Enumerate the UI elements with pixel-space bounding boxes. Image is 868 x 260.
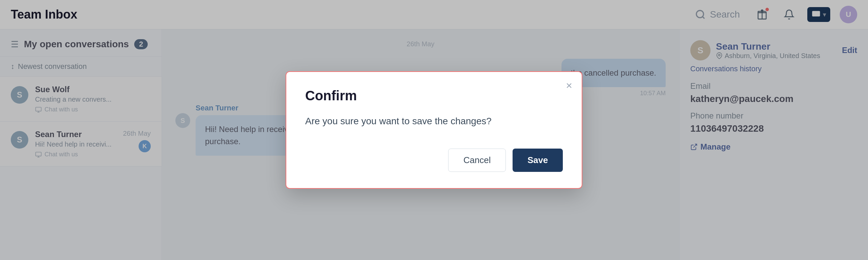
- modal-body: Are you sure you want to save the change…: [305, 114, 563, 128]
- confirm-modal: × Confirm Are you sure you want to save …: [286, 71, 582, 189]
- modal-footer: Cancel Save: [305, 149, 563, 172]
- modal-overlay: × Confirm Are you sure you want to save …: [0, 0, 868, 260]
- modal-close-button[interactable]: ×: [566, 80, 572, 91]
- save-button[interactable]: Save: [513, 149, 563, 172]
- modal-title: Confirm: [305, 88, 563, 103]
- cancel-button[interactable]: Cancel: [448, 149, 506, 172]
